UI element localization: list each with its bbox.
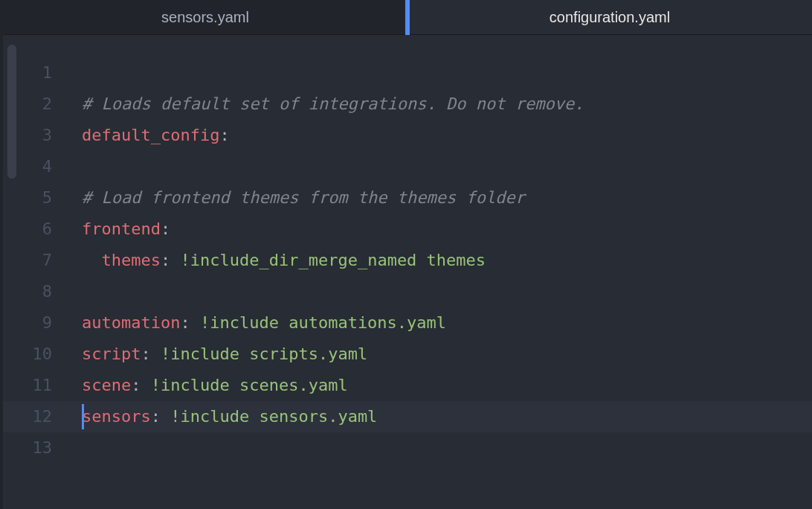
tab-sensors-yaml[interactable]: sensors.yaml: [3, 0, 407, 34]
token-key: default_config: [82, 126, 219, 144]
token-punct: :: [131, 376, 151, 394]
code-line[interactable]: frontend:: [82, 214, 812, 245]
token-key: frontend: [82, 220, 161, 238]
line-number: 13: [3, 432, 52, 464]
line-number: 10: [3, 339, 52, 370]
token-key: automation: [82, 313, 180, 332]
code-area[interactable]: # Loads default set of integrations. Do …: [61, 57, 812, 509]
token-punct: :: [141, 345, 161, 363]
token-comment: # Load frontend themes from the themes f…: [82, 188, 525, 207]
code-line[interactable]: automation: !include automations.yaml: [82, 307, 812, 339]
code-line[interactable]: themes: !include_dir_merge_named themes: [82, 245, 812, 276]
editor-container: sensors.yaml configuration.yaml 12345678…: [3, 0, 812, 509]
token-key: themes: [102, 251, 161, 269]
tab-label: configuration.yaml: [550, 9, 670, 26]
code-line[interactable]: sensors: !include sensors.yaml: [61, 401, 812, 432]
token-punct: :: [161, 220, 170, 238]
token-value: !include scripts.yaml: [161, 345, 367, 363]
code-line[interactable]: [82, 432, 812, 464]
tab-configuration-yaml[interactable]: configuration.yaml: [407, 0, 812, 34]
code-line[interactable]: scene: !include scenes.yaml: [82, 370, 812, 401]
line-number: 9: [3, 307, 52, 339]
token-punct: :: [219, 126, 229, 144]
line-number: 7: [3, 245, 52, 276]
code-line[interactable]: [82, 57, 812, 89]
token-key: sensors: [82, 407, 151, 426]
code-line[interactable]: # Loads default set of integrations. Do …: [82, 89, 812, 120]
code-line[interactable]: # Load frontend themes from the themes f…: [82, 182, 812, 214]
line-number: 6: [3, 214, 52, 245]
token-key: script: [82, 345, 141, 363]
code-line[interactable]: [82, 151, 812, 182]
token-key: scene: [82, 376, 131, 394]
line-number: 8: [3, 276, 52, 307]
code-line[interactable]: [82, 276, 812, 307]
code-line[interactable]: script: !include scripts.yaml: [82, 339, 812, 370]
line-number: 5: [3, 182, 52, 214]
token-value: !include scenes.yaml: [151, 376, 348, 394]
token-value: !include sensors.yaml: [170, 407, 377, 426]
tab-label: sensors.yaml: [161, 9, 249, 26]
token-punct: [82, 251, 102, 269]
line-number: 11: [3, 370, 52, 401]
token-comment: # Loads default set of integrations. Do …: [82, 95, 584, 113]
scrollbar-thumb[interactable]: [7, 45, 16, 179]
line-number: 12: [3, 401, 61, 432]
token-punct: :: [151, 407, 171, 426]
token-value: !include automations.yaml: [200, 313, 446, 332]
tabs-bar: sensors.yaml configuration.yaml: [3, 0, 812, 35]
tab-modified-indicator: [405, 0, 410, 35]
token-value: !include_dir_merge_named themes: [180, 251, 486, 269]
token-punct: :: [161, 251, 181, 269]
code-line[interactable]: default_config:: [82, 120, 812, 151]
token-punct: :: [180, 313, 200, 332]
editor-body: 12345678910111213 # Loads default set of…: [3, 35, 812, 509]
